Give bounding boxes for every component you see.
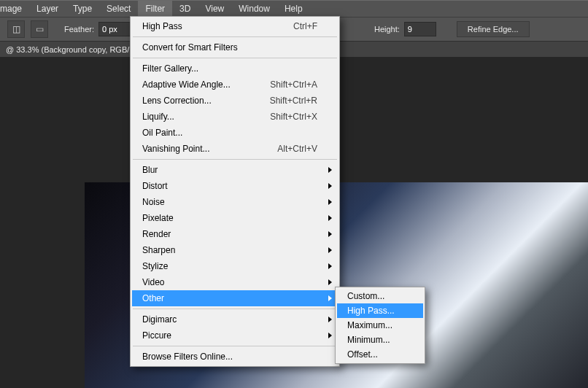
submenu-item-label: Custom... [347,291,384,301]
menu-separator [133,346,337,346]
selection-mode-icon[interactable]: ▭ [31,20,48,38]
height-label: Height: [374,25,400,34]
menu-item-label: Distort [142,181,317,191]
chevron-right-icon [328,183,332,189]
menu-select[interactable]: Select [99,1,138,17]
chevron-right-icon [328,317,332,322]
submenu-item-label: Maximum... [347,320,392,330]
feather-label: Feather: [64,25,94,34]
filter-menu-item-vanishing-point[interactable]: Vanishing Point...Alt+Ctrl+V [132,141,338,157]
menu-item-label: Sharpen [142,245,317,255]
menu-item-shortcut: Shift+Ctrl+R [270,96,317,106]
filter-menu-item-video[interactable]: Video [132,274,338,290]
submenu-item-label: Offset... [347,349,378,360]
menubar: mageLayerTypeSelectFilter3DViewWindowHel… [0,0,588,18]
tool-preset-glyph: ◫ [12,24,20,34]
menu-item-label: Convert for Smart Filters [142,42,317,53]
chevron-right-icon [328,215,332,221]
filter-menu-item-stylize[interactable]: Stylize [132,258,338,274]
filter-menu-item-oil-paint[interactable]: Oil Paint... [132,125,338,141]
menu-item-label: Filter Gallery... [142,63,317,74]
menu-filter[interactable]: Filter [138,1,172,17]
filter-menu-item-adaptive-wide-angle[interactable]: Adaptive Wide Angle...Shift+Ctrl+A [132,77,338,93]
menu-separator [133,159,337,160]
filter-menu-item-browse-filters-online[interactable]: Browse Filters Online... [132,349,338,365]
chevron-right-icon [328,295,332,301]
submenu-item-minimum[interactable]: Minimum... [337,333,423,347]
menu-item-label: Video [142,277,317,287]
filter-menu-item-noise[interactable]: Noise [132,194,338,210]
chevron-right-icon [328,333,332,338]
document-tab[interactable]: @ 33.3% (Background copy, RGB/ [0,45,135,54]
menu-item-shortcut: Ctrl+F [293,21,317,31]
filter-menu-item-convert-for-smart-filters[interactable]: Convert for Smart Filters [132,39,338,55]
menu-item-label: Blur [142,165,317,175]
menu-item-label: Pixelate [142,213,317,223]
filter-menu-item-sharpen[interactable]: Sharpen [132,242,338,258]
filter-other-submenu: Custom...High Pass...Maximum...Minimum..… [335,287,425,364]
submenu-item-maximum[interactable]: Maximum... [337,318,423,333]
menu-separator [133,309,337,309]
filter-menu-item-liquify[interactable]: Liquify...Shift+Ctrl+X [132,109,338,125]
filter-menu-item-other[interactable]: Other [132,290,338,306]
menu-item-label: Stylize [142,261,317,271]
submenu-item-label: Minimum... [347,335,390,345]
menu-3d[interactable]: 3D [172,1,198,17]
menu-item-label: Noise [142,197,317,207]
chevron-right-icon [328,279,332,285]
menu-window[interactable]: Window [231,1,277,17]
filter-menu: High PassCtrl+FConvert for Smart Filters… [130,16,340,367]
filter-menu-item-piccure[interactable]: Piccure [132,327,338,344]
filter-menu-item-filter-gallery[interactable]: Filter Gallery... [132,61,338,77]
menu-item-label: Other [142,293,317,303]
submenu-item-offset[interactable]: Offset... [337,347,423,362]
selection-mode-glyph: ▭ [36,24,44,34]
filter-menu-item-high-pass[interactable]: High PassCtrl+F [132,18,338,34]
menu-item-label: Render [142,229,317,239]
submenu-item-custom[interactable]: Custom... [337,289,423,303]
menu-item-label: Piccure [142,330,317,341]
menu-item-label: Liquify... [142,112,270,122]
menu-item-label: Lens Correction... [142,96,270,106]
menu-item-label: High Pass [142,21,293,31]
menu-item-label: Browse Filters Online... [142,352,317,362]
menu-item-shortcut: Shift+Ctrl+X [270,112,317,122]
submenu-item-label: High Pass... [347,306,395,316]
chevron-right-icon [328,263,332,269]
chevron-right-icon [328,199,332,205]
filter-menu-item-blur[interactable]: Blur [132,162,338,178]
filter-menu-item-lens-correction[interactable]: Lens Correction...Shift+Ctrl+R [132,93,338,109]
filter-menu-item-distort[interactable]: Distort [132,178,338,194]
submenu-item-high-pass[interactable]: High Pass... [337,303,423,318]
filter-menu-item-render[interactable]: Render [132,226,338,242]
menu-type[interactable]: Type [66,1,99,17]
menu-separator [133,58,337,58]
menu-view[interactable]: View [198,1,231,17]
menu-layer[interactable]: Layer [29,1,66,17]
chevron-right-icon [328,167,332,173]
menu-help[interactable]: Help [277,1,310,17]
height-input[interactable] [404,22,436,36]
chevron-right-icon [328,231,332,237]
menu-mage[interactable]: mage [0,1,29,17]
filter-menu-item-pixelate[interactable]: Pixelate [132,210,338,226]
filter-menu-item-digimarc[interactable]: Digimarc [132,311,338,327]
menu-item-label: Oil Paint... [142,128,317,138]
menu-item-label: Digimarc [142,314,317,325]
menu-separator [133,36,337,37]
menu-item-label: Adaptive Wide Angle... [142,79,270,90]
menu-item-shortcut: Alt+Ctrl+V [277,144,317,154]
menu-item-shortcut: Shift+Ctrl+A [270,79,317,90]
refine-edge-button[interactable]: Refine Edge... [457,21,530,37]
chevron-right-icon [328,247,332,253]
tool-preset-icon[interactable]: ◫ [7,20,25,38]
menu-item-label: Vanishing Point... [142,144,277,154]
